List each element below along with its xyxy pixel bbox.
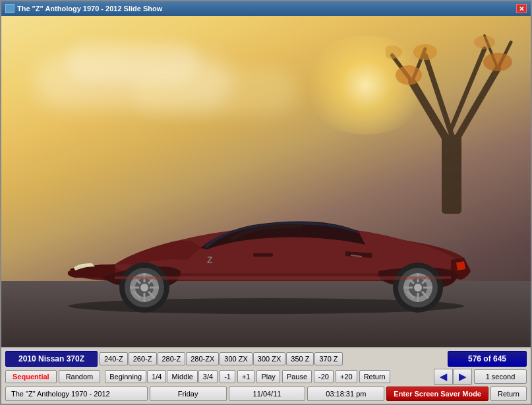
date-label: 11/04/11 [229,387,306,401]
cloud3 [133,69,298,115]
svg-point-10 [413,44,437,60]
tab-280zx[interactable]: 280-ZX [186,352,219,365]
svg-text:Z: Z [207,255,213,265]
day-label: Friday [150,387,227,401]
tab-370z[interactable]: 370 Z [314,352,342,365]
tab-300zx2[interactable]: 300 ZX [253,352,285,365]
tab-280z[interactable]: 280-Z [158,352,186,365]
minus1-button[interactable]: -1 [220,370,235,383]
controls-area: 2010 Nissan 370Z 240-Z 260-Z 280-Z 280-Z… [1,347,531,404]
pause-button[interactable]: Pause [282,370,312,383]
minus20-button[interactable]: -20 [314,370,334,383]
window-title: The "Z" Anthology 1970 - 2012 Slide Show [17,5,162,13]
screensaver-button[interactable]: Enter Screen Saver Mode [386,387,488,401]
current-model-label: 2010 Nissan 370Z [5,351,98,367]
play-button[interactable]: Play [256,370,280,383]
prev-arrow-button[interactable]: ◀ [434,369,453,385]
car-container: Z [15,142,517,314]
plus20-button[interactable]: +20 [336,370,357,383]
pos-beginning[interactable]: Beginning [105,370,146,383]
svg-point-12 [474,36,495,49]
tab-300zx1[interactable]: 300 ZX [220,352,252,365]
tab-260z[interactable]: 260-Z [129,352,157,365]
tab-240z[interactable]: 240-Z [100,352,128,365]
nav-arrows: ◀ ▶ [434,369,472,385]
controls-row-1: 2010 Nissan 370Z 240-Z 260-Z 280-Z 280-Z… [5,351,527,367]
svg-point-28 [140,284,148,292]
svg-point-9 [396,65,422,85]
svg-point-11 [483,53,512,71]
time-label: 03:18:31 pm [307,387,384,401]
pos-middle[interactable]: Middle [167,370,197,383]
pos-quarter[interactable]: 1/4 [147,370,166,383]
car-image: Z [29,156,504,314]
controls-row-2: Sequential Random Beginning 1/4 Middle 3… [5,369,527,385]
tab-350z[interactable]: 350 Z [286,352,314,365]
return-nav-button[interactable]: Return [359,370,390,383]
slideshow-image: Z [1,16,531,347]
main-window: The "Z" Anthology 1970 - 2012 Slide Show… [0,0,532,405]
status-bar: The "Z" Anthology 1970 - 2012 Friday 11/… [5,387,527,401]
svg-rect-15 [253,253,273,257]
random-button[interactable]: Random [59,370,101,383]
close-button[interactable]: ✕ [516,4,527,13]
svg-point-41 [414,284,422,292]
svg-point-13 [386,46,402,59]
anthology-label: The "Z" Anthology 1970 - 2012 [5,387,148,401]
slide-counter: 576 of 645 [448,351,527,367]
return-button[interactable]: Return [490,387,527,401]
sequential-button[interactable]: Sequential [5,370,57,383]
position-tabs: Beginning 1/4 Middle 3/4 [105,370,218,383]
plus1-button[interactable]: +1 [237,370,255,383]
next-arrow-button[interactable]: ▶ [453,369,472,385]
model-tabs: 240-Z 260-Z 280-Z 280-ZX 300 ZX 300 ZX 3… [100,352,446,365]
app-icon [5,4,15,13]
speed-display: 1 second [474,369,527,384]
pos-three-quarter[interactable]: 3/4 [198,370,218,383]
title-bar: The "Z" Anthology 1970 - 2012 Slide Show… [1,1,531,16]
